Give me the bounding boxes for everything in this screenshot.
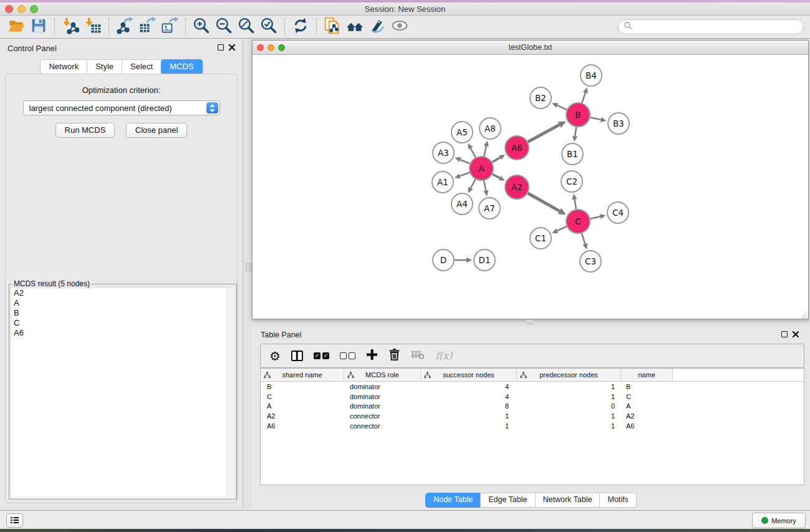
refresh-icon: [292, 17, 309, 37]
tab-network-table[interactable]: Network Table: [535, 493, 600, 508]
app-title: Session: New Session: [0, 4, 810, 14]
save-session-button[interactable]: [27, 17, 50, 37]
tab-select[interactable]: Select: [122, 59, 161, 74]
table-mode-button[interactable]: ⚙: [269, 350, 281, 362]
column-header-shared-name[interactable]: shared name: [261, 369, 344, 381]
apply-layout-button[interactable]: [289, 17, 312, 37]
zoom-in-button[interactable]: [190, 17, 213, 37]
result-node-item[interactable]: A6: [11, 328, 234, 338]
node-label-D: D: [440, 255, 446, 265]
cell-shared-name: A2: [261, 412, 344, 420]
result-node-item[interactable]: B: [11, 308, 234, 318]
task-history-button[interactable]: [6, 513, 23, 528]
tab-node-table[interactable]: Node Table: [425, 493, 480, 508]
export-network-button[interactable]: [113, 17, 136, 37]
network-graph[interactable]: AA6A2BCA5A8A3A1A4A7B2B4B3B1C2C4C1C3DD1: [253, 55, 808, 319]
table-row[interactable]: A2connector11A2: [261, 411, 804, 421]
edge-A-A6[interactable]: [492, 158, 500, 162]
search-input[interactable]: [632, 21, 803, 32]
close-panel-icon[interactable]: [228, 44, 236, 51]
tab-motifs[interactable]: Motifs: [599, 493, 636, 508]
deselect-all-columns-button[interactable]: [340, 352, 355, 359]
edge-B-B4[interactable]: [582, 93, 586, 104]
edge-C-C2[interactable]: [574, 200, 576, 210]
window-resize-grip[interactable]: [800, 311, 808, 318]
float-panel-icon[interactable]: [781, 331, 788, 337]
optimization-criterion-select[interactable]: largest connected component (directed): [23, 100, 220, 115]
checked-box-icon: ✓: [314, 352, 321, 359]
column-header-predecessor-nodes[interactable]: predecessor nodes: [517, 369, 621, 381]
edge-C-C4[interactable]: [591, 216, 600, 219]
edge-B-B3[interactable]: [591, 117, 601, 120]
mcds-result-list[interactable]: A2ABCA6: [11, 288, 234, 497]
search-field[interactable]: [618, 19, 804, 34]
table-row[interactable]: A6connector11A6: [261, 421, 804, 431]
export-image-button[interactable]: [158, 17, 181, 37]
edge-B-B1[interactable]: [575, 127, 576, 136]
edge-A6-B[interactable]: [528, 125, 560, 142]
control-panel-title: Control Panel: [7, 44, 57, 53]
run-mcds-button[interactable]: Run MCDS: [55, 123, 115, 138]
result-node-item[interactable]: A: [11, 298, 234, 308]
function-builder-button-disabled: f(x): [435, 350, 452, 362]
table-toolbar: ⚙ ✓✓ f(x): [260, 344, 804, 368]
tab-network[interactable]: Network: [40, 59, 87, 74]
cell-predecessor-nodes: 0: [517, 402, 621, 410]
table-row[interactable]: Bdominator41B: [261, 382, 804, 392]
table-row[interactable]: Adominator80A: [261, 401, 804, 411]
toolbar-separator: [284, 18, 285, 36]
plus-icon: [366, 349, 378, 363]
clone-network-button[interactable]: [321, 17, 344, 37]
zoom-out-button[interactable]: [213, 17, 235, 37]
edge-B-B2[interactable]: [557, 105, 566, 110]
column-header-successor-nodes[interactable]: successor nodes: [421, 369, 517, 381]
tab-style[interactable]: Style: [87, 59, 122, 74]
result-scrollbar[interactable]: [226, 288, 234, 497]
memory-button[interactable]: Memory: [752, 513, 806, 528]
export-table-button[interactable]: [136, 17, 158, 37]
edge-A-A2[interactable]: [493, 174, 500, 178]
delete-column-button[interactable]: [388, 348, 400, 364]
status-bar: Memory: [0, 510, 810, 529]
edge-C-C3[interactable]: [582, 233, 585, 244]
import-table-icon: [84, 17, 102, 37]
edge-A-A1[interactable]: [460, 173, 470, 177]
hide-details-button[interactable]: [388, 17, 411, 37]
open-session-button[interactable]: [5, 17, 27, 37]
result-node-item[interactable]: C: [11, 318, 234, 328]
zoom-selected-icon: [260, 17, 277, 37]
columns-icon: [291, 351, 303, 361]
vertical-splitter-grip[interactable]: [246, 263, 251, 272]
node-table: shared name MCDS role successor nodes pr…: [260, 368, 804, 485]
result-node-item[interactable]: A2: [11, 288, 234, 298]
column-header-mcds-role[interactable]: MCDS role: [344, 369, 421, 381]
network-canvas[interactable]: AA6A2BCA5A8A3A1A4A7B2B4B3B1C2C4C1C3DD1: [253, 55, 808, 319]
edge-A2-C[interactable]: [528, 193, 559, 211]
import-network-button[interactable]: [59, 17, 82, 37]
edge-A-A8[interactable]: [484, 146, 486, 156]
edge-A-A5[interactable]: [471, 148, 476, 158]
horizontal-splitter-grip[interactable]: [526, 319, 534, 324]
edge-A-A7[interactable]: [484, 181, 486, 191]
network-window-titlebar[interactable]: testGlobe.txt: [253, 41, 808, 55]
float-panel-icon[interactable]: [218, 44, 224, 51]
import-table-button[interactable]: [82, 17, 104, 37]
close-panel-button[interactable]: Close panel: [126, 123, 188, 138]
tab-edge-table[interactable]: Edge Table: [480, 493, 534, 508]
create-column-button[interactable]: [366, 349, 378, 363]
table-panel-title: Table Panel: [261, 331, 301, 339]
edge-A-A4[interactable]: [471, 180, 476, 188]
edge-C-C1[interactable]: [557, 226, 566, 231]
application-window: Session: New Session: [0, 0, 810, 532]
table-row[interactable]: Cdominator41C: [261, 392, 804, 402]
edge-A-A3[interactable]: [460, 160, 470, 163]
tab-mcds[interactable]: MCDS: [161, 59, 202, 74]
show-graphics-details-button[interactable]: [366, 17, 388, 37]
first-neighbors-button[interactable]: [344, 17, 366, 37]
zoom-selected-button[interactable]: [258, 17, 280, 37]
show-columns-button[interactable]: [291, 351, 303, 361]
zoom-fit-button[interactable]: [235, 17, 258, 37]
close-panel-icon[interactable]: [792, 331, 799, 338]
column-header-name[interactable]: name: [621, 369, 673, 381]
select-all-columns-button[interactable]: ✓✓: [314, 352, 329, 359]
